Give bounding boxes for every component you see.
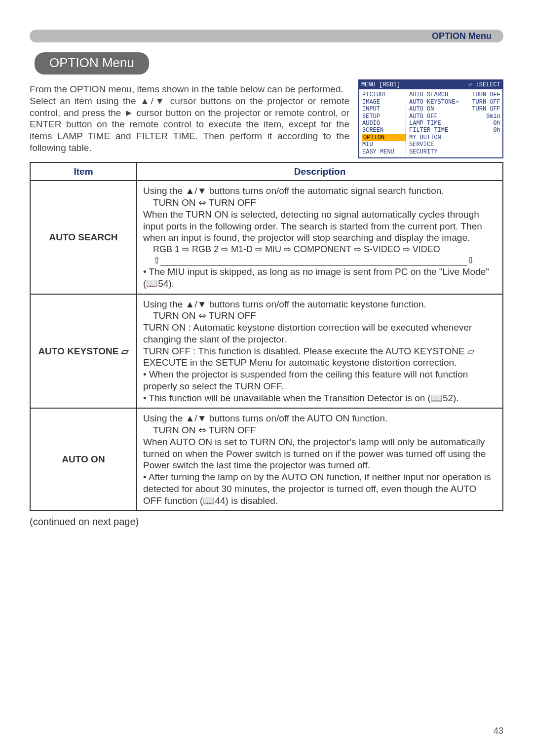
table-row: AUTO SEARCHUsing the ▲/▼ buttons turns o…: [30, 181, 503, 294]
osd-title-right: ⏎ :SELECT: [468, 81, 500, 88]
item-cell: AUTO SEARCH: [30, 181, 137, 294]
osd-right-row: AUTO SEARCHTURN OFF: [409, 91, 500, 98]
desc-line: When AUTO ON is set to TURN ON, the proj…: [143, 436, 496, 471]
osd-left-item: INPUT: [362, 106, 406, 113]
desc-line: • The MIU input is skipped, as long as n…: [143, 266, 496, 290]
section-title-pill: OPTION Menu: [35, 52, 149, 75]
desc-line: RGB 1 ⇨ RGB 2 ⇨ M1-D ⇨ MIU ⇨ COMPONENT ⇨…: [153, 244, 496, 255]
desc-line: ⇧_______________________________________…: [153, 255, 496, 266]
desc-line: Using the ▲/▼ buttons turns on/off the a…: [143, 299, 496, 310]
desc-cell: Using the ▲/▼ buttons turns on/off the A…: [137, 408, 503, 511]
osd-menu-screenshot: MENU [RGB1] ⏎ :SELECT PICTUREIMAGEINPUTS…: [358, 79, 503, 158]
osd-right-row: AUTO OFF0min: [409, 113, 500, 120]
desc-line: TURN ON : Automatic keystone distortion …: [143, 322, 496, 345]
osd-right-row: SERVICE: [409, 141, 500, 148]
osd-right-row: AUTO ONTURN OFF: [409, 106, 500, 113]
header-label: OPTION Menu: [432, 31, 492, 41]
osd-right-row: FILTER TIME0h: [409, 127, 500, 134]
osd-right-row: AUTO KEYSTONE▱TURN OFF: [409, 99, 500, 106]
header-bar: OPTION Menu: [30, 30, 503, 42]
osd-left-item: OPTION: [362, 134, 406, 141]
desc-line: • This function will be unavailable when…: [143, 392, 496, 404]
osd-left-column: PICTUREIMAGEINPUTSETUPAUDIOSCREENOPTIONM…: [359, 89, 406, 157]
desc-cell: Using the ▲/▼ buttons turns on/off the a…: [137, 294, 503, 409]
osd-right-row: LAMP TIME0h: [409, 120, 500, 127]
item-cell: AUTO KEYSTONE ▱: [30, 294, 137, 409]
item-cell: AUTO ON: [30, 408, 137, 511]
osd-left-item: SETUP: [362, 113, 406, 120]
desc-line: • When the projector is suspended from t…: [143, 369, 496, 392]
desc-line: TURN ON ⇔ TURN OFF: [153, 310, 496, 322]
intro-paragraph: From the OPTION menu, items shown in the…: [30, 83, 349, 154]
desc-cell: Using the ▲/▼ buttons turns on/off the a…: [137, 181, 503, 294]
col-header-item: Item: [30, 162, 137, 181]
osd-left-item: AUDIO: [362, 120, 406, 127]
continued-note: (continued on next page): [30, 516, 503, 528]
table-row: AUTO KEYSTONE ▱Using the ▲/▼ buttons tur…: [30, 294, 503, 409]
desc-line: TURN ON ⇔ TURN OFF: [153, 424, 496, 436]
osd-left-item: IMAGE: [362, 99, 406, 106]
osd-right-column: AUTO SEARCHTURN OFFAUTO KEYSTONE▱TURN OF…: [406, 89, 502, 157]
desc-line: Using the ▲/▼ buttons turns on/off the a…: [143, 185, 496, 197]
col-header-desc: Description: [137, 162, 503, 181]
osd-title-left: MENU [RGB1]: [361, 81, 400, 88]
desc-line: TURN OFF : This function is disabled. Pl…: [143, 345, 496, 369]
osd-left-item: PICTURE: [362, 91, 406, 98]
osd-left-item: EASY MENU: [362, 149, 406, 155]
page-number: 43: [494, 726, 503, 736]
desc-line: When the TURN ON is selected, detecting …: [143, 209, 496, 244]
osd-right-row: MY BUTTON: [409, 134, 500, 141]
desc-line: Using the ▲/▼ buttons turns on/off the A…: [143, 413, 496, 424]
option-table: Item Description AUTO SEARCHUsing the ▲/…: [30, 162, 503, 512]
osd-left-item: SCREEN: [362, 127, 406, 134]
osd-right-row: SECURITY: [409, 149, 500, 155]
table-row: AUTO ONUsing the ▲/▼ buttons turns on/of…: [30, 408, 503, 511]
desc-line: TURN ON ⇔ TURN OFF: [153, 197, 496, 209]
osd-left-item: MIU: [362, 141, 406, 148]
desc-line: • After turning the lamp on by the AUTO …: [143, 471, 496, 506]
